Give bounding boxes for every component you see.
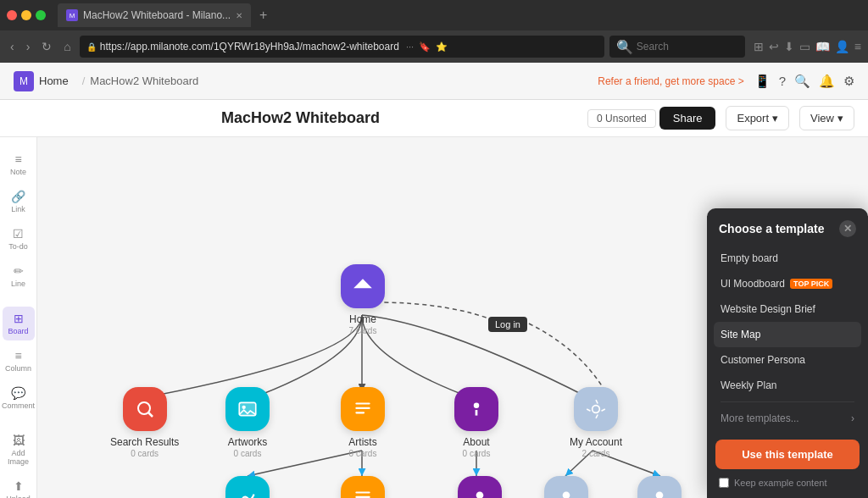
reader-icon[interactable]: 📖 [815, 40, 830, 53]
keep-example-content: Keep example content [707, 478, 868, 498]
browser-tab[interactable]: M MacHow2 Whiteboard - Milano... ✕ [58, 3, 251, 27]
app-bar-icons: 📱 ? 🔍 🔔 ⚙ [754, 74, 854, 89]
add-image-icon: 🖼 [13, 434, 25, 447]
tab-favicon: M [66, 9, 78, 21]
back-button[interactable]: ‹ [7, 38, 18, 55]
sidebar-item-board[interactable]: ⊞ Board [3, 307, 35, 340]
history-icon[interactable]: ↩ [769, 40, 779, 53]
svg-point-13 [476, 491, 483, 498]
unsorted-badge: 0 Unsorted [587, 109, 656, 128]
buyer-node[interactable]: Buyer 0 cards [544, 476, 588, 498]
search-results-node[interactable]: Search Results 0 cards [110, 387, 179, 458]
svg-point-14 [563, 491, 570, 498]
breadcrumb-separator: / [82, 75, 86, 87]
notifications-icon[interactable]: 🔔 [819, 74, 835, 89]
sidebar-item-todo[interactable]: ☑ To-do [3, 222, 35, 256]
artworks-count: 0 cards [234, 449, 262, 458]
about-label: About [463, 436, 489, 448]
sidebar-item-note[interactable]: ≡ Note [3, 147, 35, 181]
my-account-node[interactable]: My Account 2 cards [570, 387, 622, 458]
home-node-label: Home [349, 313, 376, 325]
svg-point-9 [593, 406, 600, 413]
search-icon: 🔍 [616, 39, 633, 55]
tab-close-icon[interactable]: ✕ [236, 11, 242, 20]
style2-node[interactable]: Style 0 cards [341, 476, 385, 498]
search-app-icon[interactable]: 🔍 [794, 74, 810, 89]
view-button[interactable]: View ▾ [799, 106, 854, 130]
svg-rect-5 [355, 402, 370, 404]
sidebar: ≡ Note 🔗 Link ☑ To-do ✏ Line ⊞ Board ≡ C… [0, 137, 37, 498]
template-close-button[interactable]: ✕ [839, 220, 856, 237]
template-divider [721, 401, 854, 402]
mobile-icon[interactable]: 📱 [754, 74, 771, 89]
milanote-logo-icon: M [14, 71, 34, 91]
template-item-empty[interactable]: Empty board [714, 246, 861, 271]
account-icon[interactable]: 👤 [835, 40, 849, 53]
home-link[interactable]: Home [39, 75, 69, 87]
svg-point-8 [474, 402, 480, 408]
canvas[interactable]: Home 7 cards Log in Search Results 0 car… [37, 137, 868, 498]
share-button[interactable]: Share [659, 107, 716, 130]
minimize-button[interactable] [21, 10, 31, 20]
top-pick-badge: TOP PICK [790, 279, 832, 289]
style1-node[interactable]: Style 0 cards [225, 476, 270, 498]
breadcrumb-item[interactable]: MacHow2 Whiteboard [90, 75, 198, 87]
artists-node[interactable]: Artists 0 cards [341, 387, 385, 458]
template-item-site-map[interactable]: Site Map [714, 322, 861, 347]
toolbar: MacHow2 Whiteboard 0 Unsorted Share Expo… [0, 100, 868, 137]
url-bar[interactable]: 🔒 https://app.milanote.com/1QYRWr18yHh9a… [80, 36, 604, 58]
export-button[interactable]: Export ▾ [726, 106, 789, 130]
artists-label: Artists [348, 436, 376, 448]
sidebar-item-line[interactable]: ✏ Line [3, 259, 35, 293]
keep-content-checkbox[interactable] [719, 478, 729, 488]
my-account-count: 2 cards [582, 449, 610, 458]
artist-node[interactable]: Artist 0 cards [637, 476, 682, 498]
template-item-design-brief[interactable]: Website Design Brief [714, 296, 861, 322]
extensions-icon[interactable]: ⊞ [754, 40, 764, 53]
home-node-count: 7 cards [349, 326, 377, 335]
use-template-button[interactable]: Use this template [715, 440, 860, 469]
my-account-label: My Account [570, 436, 622, 448]
new-tab-button[interactable]: + [259, 8, 267, 23]
sidebar-item-column[interactable]: ≡ Column [3, 344, 35, 378]
about-node[interactable]: About 0 cards [454, 387, 498, 458]
tab-group-icon[interactable]: ▭ [799, 40, 810, 53]
downloads-icon[interactable]: ⬇ [784, 40, 794, 53]
svg-point-4 [242, 406, 246, 409]
template-item-customer-persona[interactable]: Customer Persona [714, 347, 861, 373]
settings-icon[interactable]: ⚙ [843, 74, 854, 89]
export-chevron-icon: ▾ [772, 112, 778, 125]
close-button[interactable] [7, 10, 17, 20]
about-count: 0 cards [463, 449, 491, 458]
sidebar-item-add-image[interactable]: 🖼 Add Image [3, 429, 35, 471]
search-results-label: Search Results [110, 436, 179, 448]
artworks-node[interactable]: Artworks 0 cards [225, 387, 270, 458]
page-title: MacHow2 Whiteboard [14, 109, 587, 127]
search-box[interactable]: 🔍 [609, 36, 745, 58]
refresh-button[interactable]: ↻ [38, 38, 55, 55]
home-nav-button[interactable]: ⌂ [60, 38, 74, 55]
help-icon[interactable]: ? [779, 74, 786, 88]
sidebar-item-comment[interactable]: 💬 Comment [3, 381, 35, 415]
contact-us-node[interactable]: Contact Us 0 cards [454, 476, 504, 498]
sidebar-item-upload[interactable]: ⬆ Upload [3, 474, 35, 498]
login-label: Log in [488, 317, 527, 332]
app-bar: M Home / MacHow2 Whiteboard Refer a frie… [0, 63, 868, 100]
menu-icon[interactable]: ≡ [854, 40, 861, 53]
main-layout: ≡ Note 🔗 Link ☑ To-do ✏ Line ⊞ Board ≡ C… [0, 137, 868, 498]
line-draw-icon: ✏ [14, 264, 24, 278]
home-node[interactable]: Home 7 cards [341, 264, 385, 335]
url-text: https://app.milanote.com/1QYRWr18yHh9aJ/… [100, 41, 399, 53]
svg-point-1 [138, 402, 150, 414]
app-logo: M Home [14, 71, 69, 91]
comment-icon: 💬 [11, 386, 25, 400]
search-input[interactable] [637, 41, 738, 53]
nav-bar: ‹ › ↻ ⌂ 🔒 https://app.milanote.com/1QYRW… [0, 30, 868, 63]
sidebar-item-link[interactable]: 🔗 Link [3, 185, 35, 219]
template-item-moodboard[interactable]: UI Moodboard TOP PICK [714, 271, 861, 296]
maximize-button[interactable] [36, 10, 46, 20]
forward-button[interactable]: › [23, 38, 34, 55]
template-item-weekly-plan[interactable]: Weekly Plan [714, 373, 861, 398]
refer-link[interactable]: Refer a friend, get more space > [598, 75, 743, 87]
template-more-button[interactable]: More templates... › [714, 406, 861, 431]
